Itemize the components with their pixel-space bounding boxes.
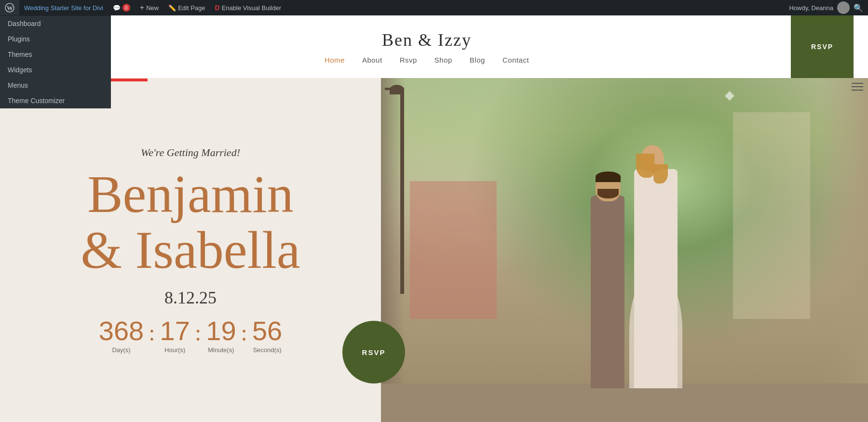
nav-rsvp[interactable]: Rsvp — [400, 56, 417, 64]
photo-right-wall — [820, 78, 868, 422]
nav-home[interactable]: Home — [325, 56, 345, 64]
wp-logo-button[interactable]: W — [0, 0, 19, 15]
comments-badge: 0 — [122, 4, 130, 12]
enable-visual-builder-button[interactable]: D Enable Visual Builder — [210, 0, 286, 15]
minutes-label: Minute(s) — [208, 346, 234, 354]
new-label: New — [146, 4, 159, 12]
hamburger-menu[interactable] — [852, 83, 863, 91]
menu-item-menus[interactable]: Menus — [0, 78, 111, 93]
days-label: Day(s) — [112, 346, 130, 354]
howdy-text: Howdy, Deanna — [789, 4, 833, 12]
right-panel — [381, 78, 868, 422]
couple-name: Benjamin & Isabella — [81, 167, 300, 278]
woman-hair-left — [636, 154, 654, 178]
lamp-head — [390, 85, 404, 94]
avatar[interactable] — [837, 1, 850, 14]
hamburger-line-3 — [852, 90, 863, 91]
countdown-days: 368 Day(s) — [99, 317, 144, 354]
separator-3: : — [241, 319, 247, 346]
site-nav: Home About Rsvp Shop Blog Contact — [63, 56, 791, 64]
woman-hair-right — [653, 164, 668, 184]
new-button[interactable]: + New — [135, 0, 163, 15]
theme-customizer-label: Theme Customizer — [8, 97, 65, 105]
search-icon[interactable]: 🔍 — [854, 3, 863, 13]
rsvp-header-button[interactable]: RSVP — [791, 15, 854, 78]
left-panel: We're Getting Married! Benjamin & Isabel… — [0, 78, 381, 422]
menu-item-themes[interactable]: Themes — [0, 47, 111, 62]
seconds-label: Second(s) — [253, 346, 281, 354]
wedding-date: 8.12.25 — [164, 288, 217, 308]
getting-married-text: We're Getting Married! — [141, 146, 240, 159]
edit-icon: ✏️ — [168, 4, 176, 12]
lamp-post — [400, 88, 404, 294]
hours-label: Hour(s) — [164, 346, 185, 354]
countdown-hours: 17 Hour(s) — [160, 317, 190, 354]
svg-text:W: W — [7, 4, 13, 12]
couple-name-line2: & Isabella — [81, 223, 300, 278]
site-title: Ben & Izzy — [63, 30, 791, 50]
days-number: 368 — [99, 317, 144, 344]
header-center: Ben & Izzy Home About Rsvp Shop Blog Con… — [63, 30, 791, 64]
dropdown-menu: Dashboard Plugins Themes Widgets Menus T… — [0, 15, 111, 108]
admin-bar-right: Howdy, Deanna 🔍 — [789, 1, 868, 14]
hero-photo — [381, 78, 868, 422]
comments-button[interactable]: 💬 0 — [108, 0, 135, 15]
menu-item-plugins[interactable]: Plugins — [0, 31, 111, 47]
photo-ground — [381, 383, 868, 422]
separator-1: : — [149, 319, 155, 346]
building-pink — [410, 181, 497, 319]
menu-item-theme-customizer[interactable]: Theme Customizer — [0, 93, 111, 108]
enable-visual-builder-label: Enable Visual Builder — [222, 4, 281, 12]
building-cream — [733, 112, 810, 318]
man-torso — [591, 196, 624, 388]
divi-icon: D — [215, 4, 220, 12]
countdown-seconds: 56 Second(s) — [252, 317, 282, 354]
nav-shop[interactable]: Shop — [434, 56, 452, 64]
hamburger-line-1 — [852, 83, 863, 84]
nav-blog[interactable]: Blog — [470, 56, 485, 64]
rsvp-circle-button[interactable]: RSVP — [342, 321, 405, 383]
hours-number: 17 — [160, 317, 190, 344]
site-name-text: Wedding Starter Site for Divi — [24, 4, 103, 12]
rsvp-circle-label: RSVP — [362, 348, 386, 356]
admin-bar-left: W Wedding Starter Site for Divi 💬 0 + Ne… — [0, 0, 789, 15]
man-beard — [597, 189, 619, 198]
main-content: We're Getting Married! Benjamin & Isabel… — [0, 78, 868, 422]
site-header: Ben & Izzy Home About Rsvp Shop Blog Con… — [0, 15, 868, 78]
nav-contact[interactable]: Contact — [502, 56, 529, 64]
comments-icon: 💬 — [113, 4, 121, 12]
separator-2: : — [195, 319, 201, 346]
menu-item-dashboard[interactable]: Dashboard — [0, 16, 111, 31]
plus-icon: + — [140, 3, 144, 12]
admin-bar: W Wedding Starter Site for Divi 💬 0 + Ne… — [0, 0, 868, 15]
menu-item-widgets[interactable]: Widgets — [0, 62, 111, 78]
countdown-minutes: 19 Minute(s) — [206, 317, 236, 354]
edit-page-button[interactable]: ✏️ Edit Page — [163, 0, 210, 15]
couple-name-line1: Benjamin — [81, 167, 300, 223]
nav-about[interactable]: About — [362, 56, 382, 64]
edit-page-label: Edit Page — [178, 4, 205, 12]
seconds-number: 56 — [252, 317, 282, 344]
man-hair — [596, 171, 621, 182]
wp-logo-icon: W — [5, 3, 14, 13]
countdown: 368 Day(s) : 17 Hour(s) : 19 Minute(s) :… — [99, 317, 282, 354]
woman-figure — [629, 96, 697, 388]
minutes-number: 19 — [206, 317, 236, 344]
site-name-button[interactable]: Wedding Starter Site for Divi — [19, 0, 108, 15]
woman-skirt-flare — [629, 271, 682, 388]
hamburger-line-2 — [852, 86, 863, 87]
